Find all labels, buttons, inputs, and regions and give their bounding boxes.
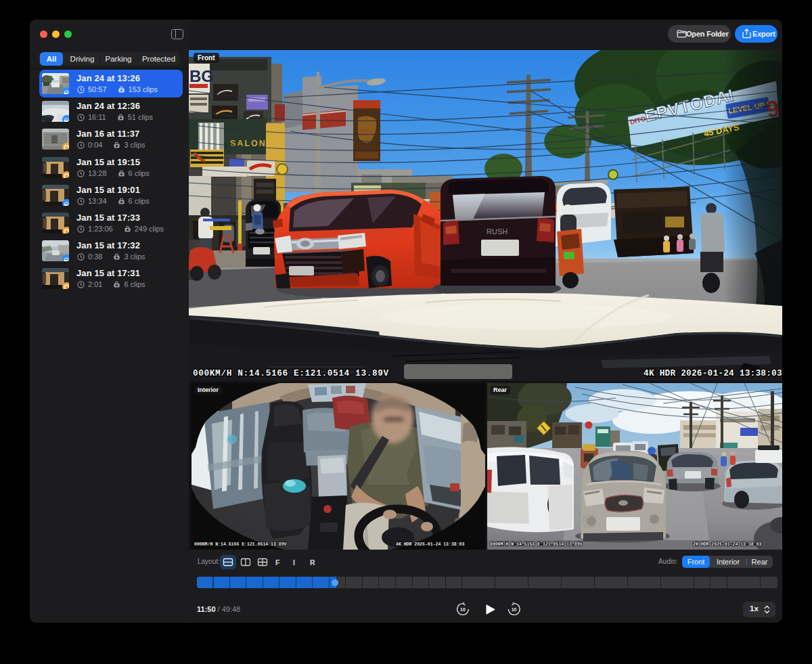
svg-text:RUSH: RUSH xyxy=(487,227,508,236)
svg-text:000KM/H N:14.5166 E:121.0514: 000KM/H N:14.5166 E:121.0514 13.89V xyxy=(194,542,287,547)
svg-text:000KM/H N:14.5156 E:121.0514: 000KM/H N:14.5156 E:121.0514 13.89V xyxy=(490,542,583,547)
svg-text:4K HDR 2026-01-24 13:38:03: 4K HDR 2026-01-24 13:38:03 xyxy=(644,368,782,378)
svg-text:4K HDR 2026-01-24 13:38:03: 4K HDR 2026-01-24 13:38:03 xyxy=(396,542,465,547)
svg-text:000KM/H N:14.5166 E:121.0514: 000KM/H N:14.5166 E:121.0514 13.89V xyxy=(193,368,389,378)
svg-text:BG: BG xyxy=(189,67,214,85)
svg-text:10: 10 xyxy=(512,607,517,612)
svg-text:2K HDR 2026-01-24 13:38:03: 2K HDR 2026-01-24 13:38:03 xyxy=(693,542,762,547)
svg-text:10: 10 xyxy=(460,607,466,612)
